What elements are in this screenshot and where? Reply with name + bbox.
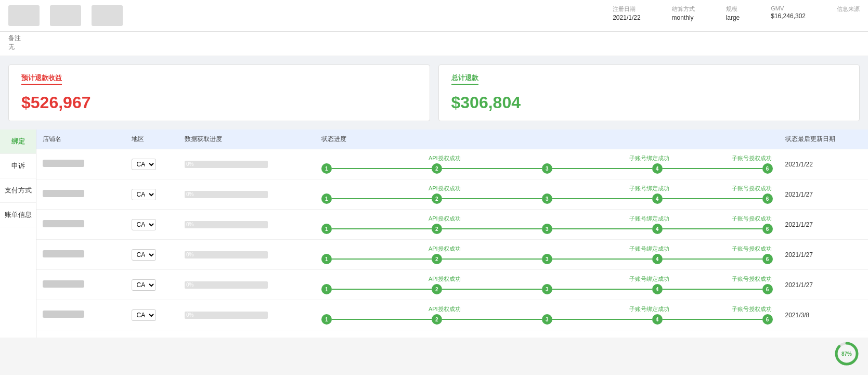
region-cell[interactable]: CA bbox=[125, 270, 178, 300]
pipeline-dot-2: 3 bbox=[542, 224, 552, 234]
pipeline-labels-row: API授权成功子账号绑定成功子账号授权成功 bbox=[321, 245, 773, 253]
pipeline-line-2 bbox=[442, 319, 542, 320]
pipeline-line-2 bbox=[442, 258, 542, 260]
store-name-cell bbox=[36, 240, 125, 270]
store-name-blurred bbox=[43, 280, 84, 288]
main-section: 绑定 申诉 支付方式 账单信息 店铺名 地区 数据获取进度 状态进度 状态最后更… bbox=[0, 130, 868, 338]
region-select[interactable]: CA bbox=[132, 309, 156, 321]
pipeline-line-1 bbox=[332, 228, 432, 229]
pipeline-line-4 bbox=[663, 258, 762, 260]
card2-amount: $306,804 bbox=[451, 93, 847, 112]
store-name-cell bbox=[36, 300, 125, 330]
store-name-cell bbox=[36, 270, 125, 300]
step-label-4: 子账号授权成功 bbox=[731, 275, 773, 283]
region-select[interactable]: CA bbox=[132, 189, 156, 200]
table-row: CA0%API授权成功子账号绑定成功子账号授权成功123462021/3/8 bbox=[36, 300, 868, 330]
pipeline-line-3 bbox=[552, 319, 652, 320]
pipeline-labels-row: API授权成功子账号绑定成功子账号授权成功 bbox=[321, 154, 773, 162]
pipeline-line-2 bbox=[442, 198, 542, 199]
avatars-section bbox=[8, 5, 123, 26]
avatar-2 bbox=[50, 5, 81, 26]
region-select[interactable]: CA bbox=[132, 249, 156, 261]
top-info-section: 注册日期 2021/1/22 结算方式 monthly 规模 large GMV… bbox=[613, 5, 860, 21]
info-source-item: 信息来源 bbox=[837, 5, 860, 13]
region-cell[interactable]: CA bbox=[125, 300, 178, 330]
pipeline-container: API授权成功子账号绑定成功子账号授权成功12346 bbox=[321, 154, 773, 174]
avatar-3 bbox=[92, 5, 123, 26]
top-bar: 注册日期 2021/1/22 结算方式 monthly 规模 large GMV… bbox=[0, 0, 868, 32]
region-select[interactable]: CA bbox=[132, 219, 156, 230]
store-name-blurred bbox=[43, 220, 84, 227]
pipeline-line-4 bbox=[663, 319, 762, 320]
pipeline-dot-0: 1 bbox=[321, 254, 332, 264]
pipeline-line-3 bbox=[552, 289, 652, 290]
date-cell: 2021/1/27 bbox=[779, 179, 869, 210]
progress-bar: 0% bbox=[185, 312, 268, 319]
progress-bar: 0% bbox=[185, 281, 268, 289]
card2-title: 总计退款 bbox=[451, 73, 478, 85]
region-select[interactable]: CA bbox=[132, 159, 156, 170]
progress-label: 0% bbox=[186, 161, 193, 168]
progress-cell: 0% bbox=[178, 149, 315, 179]
region-cell[interactable]: CA bbox=[125, 240, 178, 270]
pipeline-dots-row: 12346 bbox=[321, 254, 773, 264]
region-cell[interactable]: CA bbox=[125, 210, 178, 240]
pipeline-line-3 bbox=[552, 198, 652, 199]
progress-label: 0% bbox=[186, 312, 193, 319]
remark-label: 备注 bbox=[8, 34, 21, 42]
region-select[interactable]: CA bbox=[132, 279, 156, 291]
pipeline-dot-4: 6 bbox=[762, 193, 773, 204]
pipeline-labels-row: API授权成功子账号绑定成功子账号授权成功 bbox=[321, 275, 773, 283]
scale-label: 规模 bbox=[726, 5, 740, 13]
sidebar-tab-billing[interactable]: 账单信息 bbox=[0, 203, 36, 227]
progress-label: 0% bbox=[186, 251, 193, 258]
pipeline-line-4 bbox=[663, 198, 762, 199]
progress-bar: 0% bbox=[185, 251, 268, 258]
gmv-value: $16,246,302 bbox=[771, 12, 806, 20]
pipeline-line-3 bbox=[552, 258, 652, 260]
pipeline-line-1 bbox=[332, 319, 432, 320]
region-cell[interactable]: CA bbox=[125, 149, 178, 179]
pipeline-line-4 bbox=[663, 168, 762, 169]
region-cell[interactable]: CA bbox=[125, 179, 178, 210]
date-cell: 2021/1/27 bbox=[779, 240, 869, 270]
table-row: CA0%API授权成功子账号绑定成功子账号授权成功123462021/1/27 bbox=[36, 210, 868, 240]
store-name-cell bbox=[36, 149, 125, 179]
progress-cell: 0% bbox=[178, 240, 315, 270]
pipeline-dot-2: 3 bbox=[542, 254, 552, 264]
pipeline-dots-row: 12346 bbox=[321, 224, 773, 234]
step-label-1: API授权成功 bbox=[424, 215, 465, 223]
pipeline-dot-3: 4 bbox=[652, 193, 663, 204]
store-name-blurred bbox=[43, 160, 84, 167]
col-data-progress: 数据获取进度 bbox=[178, 130, 315, 149]
store-name-blurred bbox=[43, 190, 84, 197]
step-label-1: API授权成功 bbox=[424, 185, 465, 192]
progress-bar: 0% bbox=[185, 191, 268, 198]
billing-method-item: 结算方式 monthly bbox=[672, 5, 695, 21]
table-row: CA0%API授权成功子账号绑定成功子账号授权成功123462021/1/27 bbox=[36, 179, 868, 210]
remark-value: 无 bbox=[8, 43, 15, 50]
sidebar-tab-complaint[interactable]: 申诉 bbox=[0, 154, 36, 178]
status-pipeline-cell: API授权成功子账号绑定成功子账号授权成功12346 bbox=[315, 270, 779, 300]
date-cell: 2021/1/22 bbox=[779, 149, 869, 179]
sidebar-tab-payment[interactable]: 支付方式 bbox=[0, 178, 36, 203]
register-date-value: 2021/1/22 bbox=[613, 14, 640, 21]
pipeline-dot-0: 1 bbox=[321, 224, 332, 234]
pipeline-line-4 bbox=[663, 289, 762, 290]
pipeline-dot-2: 3 bbox=[542, 193, 552, 204]
table-row: CA0%API授权成功子账号绑定成功子账号授权成功123462021/1/27 bbox=[36, 240, 868, 270]
pipeline-labels-row: API授权成功子账号绑定成功子账号授权成功 bbox=[321, 305, 773, 313]
progress-bar: 0% bbox=[185, 161, 268, 168]
pipeline-dot-1: 2 bbox=[432, 254, 442, 264]
pipeline-dot-3: 4 bbox=[652, 254, 663, 264]
scale-value: large bbox=[726, 14, 740, 21]
col-region: 地区 bbox=[125, 130, 178, 149]
pipeline-line-1 bbox=[332, 258, 432, 260]
progress-label: 0% bbox=[186, 221, 193, 228]
pipeline-dot-3: 4 bbox=[652, 314, 663, 325]
pipeline-dots-row: 12346 bbox=[321, 314, 773, 325]
sidebar-tab-bind[interactable]: 绑定 bbox=[0, 130, 36, 154]
avatar-1 bbox=[8, 5, 40, 26]
pipeline-dots-row: 12346 bbox=[321, 284, 773, 294]
step-label-4: 子账号授权成功 bbox=[731, 305, 773, 313]
